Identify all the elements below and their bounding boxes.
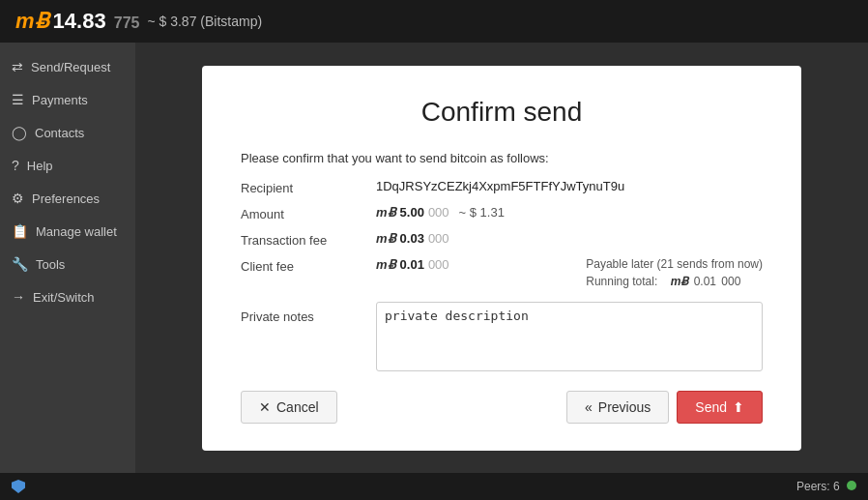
sidebar-item-contacts[interactable]: ◯ Contacts bbox=[0, 116, 135, 149]
right-buttons: « Previous Send ⬆ bbox=[566, 391, 763, 424]
notes-row: Private notes private description bbox=[241, 302, 763, 371]
recipient-row: Recipient 1DqJRSYzCEZkj4XxpmF5FTFfYJwTyn… bbox=[241, 179, 763, 195]
sidebar-item-label: Payments bbox=[32, 93, 88, 107]
sidebar-item-label: Contacts bbox=[35, 126, 84, 140]
amount-fiat: ~ $ 1.31 bbox=[459, 205, 505, 220]
exit-icon: → bbox=[12, 289, 25, 305]
contacts-icon: ◯ bbox=[12, 125, 27, 140]
running-total-row: Running total: mɃ 0.01 000 bbox=[586, 275, 740, 288]
mbtc-icon: mɃ bbox=[15, 9, 49, 34]
running-total-label: Running total: bbox=[586, 275, 657, 288]
wallet-icon: 📋 bbox=[12, 223, 28, 239]
clientfee-label: Client fee bbox=[241, 257, 376, 274]
sidebar-item-exit-switch[interactable]: → Exit/Switch bbox=[0, 280, 135, 313]
mbtc-clientfee-icon: mɃ bbox=[376, 257, 396, 272]
sidebar-item-label: Help bbox=[27, 159, 53, 173]
balance-muted: 775 bbox=[114, 15, 140, 31]
status-left bbox=[12, 480, 25, 493]
gear-icon: ⚙ bbox=[12, 191, 24, 206]
peers-label: Peers: 6 bbox=[796, 480, 840, 493]
amount-label: Amount bbox=[241, 205, 376, 221]
sidebar-item-payments[interactable]: ☰ Payments bbox=[0, 83, 135, 116]
cancel-button[interactable]: ✕ Cancel bbox=[241, 391, 337, 424]
peers-info: Peers: 6 bbox=[796, 480, 856, 493]
sidebar-item-help[interactable]: ? Help bbox=[0, 149, 135, 182]
dialog-title: Confirm send bbox=[241, 97, 763, 128]
sidebar-item-label: Tools bbox=[36, 257, 65, 272]
txfee-label: Transaction fee bbox=[241, 231, 376, 248]
previous-button[interactable]: « Previous bbox=[566, 391, 669, 424]
previous-label: Previous bbox=[598, 399, 651, 415]
dialog-intro: Please confirm that you want to send bit… bbox=[241, 151, 763, 165]
clientfee-row: Client fee mɃ 0.01 000 Payable later (21… bbox=[241, 257, 763, 292]
help-icon: ? bbox=[12, 158, 19, 173]
clientfee-value: 0.01 bbox=[400, 257, 424, 272]
cancel-icon: ✕ bbox=[259, 399, 271, 415]
amount-muted: 000 bbox=[428, 205, 449, 220]
sidebar: ⇄ Send/Request ☰ Payments ◯ Contacts ? H… bbox=[0, 43, 135, 473]
top-bar: mɃ 14.83 775 ~ $ 3.87 (Bitstamp) bbox=[0, 0, 868, 43]
txfee-row: Transaction fee mɃ 0.03 000 bbox=[241, 231, 763, 248]
sidebar-item-preferences[interactable]: ⚙ Preferences bbox=[0, 182, 135, 215]
running-total-muted: 000 bbox=[721, 275, 740, 288]
sidebar-item-tools[interactable]: 🔧 Tools bbox=[0, 248, 135, 280]
sidebar-item-manage-wallet[interactable]: 📋 Manage wallet bbox=[0, 215, 135, 248]
fiat-value: ~ $ 3.87 (Bitstamp) bbox=[147, 14, 262, 29]
send-icon: ⬆ bbox=[733, 399, 744, 415]
dialog-footer: ✕ Cancel « Previous Send ⬆ bbox=[241, 391, 763, 424]
balance-value: 14.83 bbox=[53, 9, 106, 33]
notes-textarea[interactable]: private description bbox=[376, 302, 763, 371]
sidebar-item-label: Send/Request bbox=[31, 60, 110, 74]
payable-later-text: Payable later (21 sends from now) bbox=[586, 257, 763, 271]
sidebar-item-label: Manage wallet bbox=[36, 224, 117, 239]
confirm-send-dialog: Confirm send Please confirm that you wan… bbox=[202, 66, 801, 451]
notes-label: Private notes bbox=[241, 302, 376, 324]
sidebar-item-label: Preferences bbox=[32, 191, 100, 206]
mbtc-amount-icon: mɃ bbox=[376, 205, 396, 220]
payments-icon: ☰ bbox=[12, 92, 24, 107]
tools-icon: 🔧 bbox=[12, 256, 28, 272]
send-button[interactable]: Send ⬆ bbox=[677, 391, 763, 424]
cancel-label: Cancel bbox=[276, 399, 319, 415]
send-request-icon: ⇄ bbox=[12, 59, 23, 74]
status-bar: Peers: 6 bbox=[0, 473, 868, 500]
running-total-value: 0.01 bbox=[694, 275, 716, 288]
recipient-label: Recipient bbox=[241, 179, 376, 195]
recipient-value: 1DqJRSYzCEZkj4XxpmF5FTFfYJwTynuT9u bbox=[376, 179, 624, 193]
shield-icon bbox=[12, 480, 25, 493]
mbtc-txfee-icon: mɃ bbox=[376, 231, 396, 246]
send-label: Send bbox=[695, 399, 727, 415]
sidebar-item-send-request[interactable]: ⇄ Send/Request bbox=[0, 50, 135, 83]
clientfee-muted: 000 bbox=[428, 257, 449, 272]
previous-icon: « bbox=[585, 399, 593, 415]
amount-value: 5.00 bbox=[400, 205, 424, 220]
txfee-value: 0.03 bbox=[400, 231, 424, 246]
main-area: Confirm send Please confirm that you wan… bbox=[135, 43, 868, 473]
balance-amount: 14.83 775 bbox=[53, 9, 140, 34]
sidebar-item-label: Exit/Switch bbox=[33, 290, 95, 305]
modal-overlay: Confirm send Please confirm that you wan… bbox=[135, 43, 868, 473]
amount-row: Amount mɃ 5.00 000 ~ $ 1.31 bbox=[241, 205, 763, 221]
txfee-muted: 000 bbox=[428, 231, 449, 246]
peers-dot bbox=[847, 481, 856, 490]
